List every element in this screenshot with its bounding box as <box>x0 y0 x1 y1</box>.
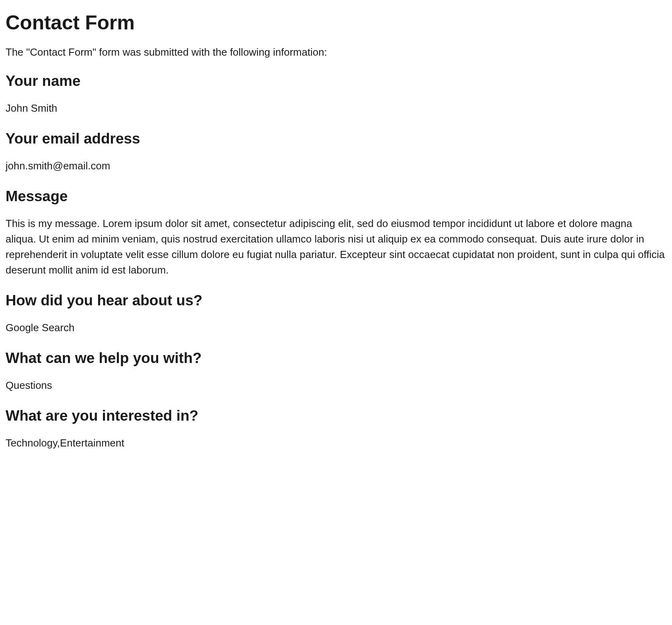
message-value: This is my message. Lorem ipsum dolor si… <box>6 216 665 278</box>
page-title: Contact Form <box>6 11 666 34</box>
email-label: Your email address <box>6 130 666 147</box>
name-label: Your name <box>6 73 666 89</box>
message-label: Message <box>6 188 666 205</box>
interested-in-label: What are you interested in? <box>6 408 666 424</box>
name-value: John Smith <box>6 101 666 116</box>
intro-text: The "Contact Form" form was submitted wi… <box>6 46 666 58</box>
hear-about-value: Google Search <box>6 320 666 336</box>
email-value: john.smith@email.com <box>6 158 666 174</box>
help-with-value: Questions <box>6 378 666 393</box>
hear-about-label: How did you hear about us? <box>6 292 666 309</box>
interested-in-value: Technology,Entertainment <box>6 435 666 451</box>
help-with-label: What can we help you with? <box>6 350 666 367</box>
